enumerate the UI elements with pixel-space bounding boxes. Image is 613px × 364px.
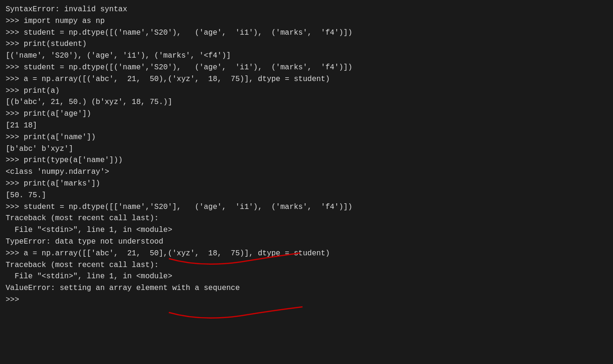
line-23: Traceback (most recent call last): <box>6 260 607 271</box>
line-10: >>> print(a['age']) <box>6 108 607 120</box>
line-5: [('name', 'S20'), ('age', 'i1'), ('marks… <box>6 50 607 62</box>
line-15: <class 'numpy.ndarray'> <box>6 166 607 178</box>
line-25: ValueError: setting an array element wit… <box>6 282 607 294</box>
line-7: >>> a = np.array([('abc', 21, 50),('xyz'… <box>6 74 607 85</box>
line-18: >>> student = np.dtype([['name','S20'], … <box>6 201 607 213</box>
line-9: [(b'abc', 21, 50.) (b'xyz', 18, 75.)] <box>6 97 607 108</box>
line-8: >>> print(a) <box>6 85 607 97</box>
line-17: [50. 75.] <box>6 190 607 201</box>
line-12: >>> print(a['name']) <box>6 132 607 143</box>
line-11: [21 18] <box>6 120 607 132</box>
terminal-window: SyntaxError: invalid syntax >>> import n… <box>0 0 613 364</box>
line-13: [b'abc' b'xyz'] <box>6 143 607 155</box>
line-19: Traceback (most recent call last): <box>6 213 607 224</box>
line-22: >>> a = np.array([['abc', 21, 50],('xyz'… <box>6 248 607 260</box>
line-14: >>> print(type(a['name'])) <box>6 155 607 166</box>
line-21: TypeError: data type not understood <box>6 236 607 248</box>
line-2: >>> import numpy as np <box>6 15 607 27</box>
line-26: >>> <box>6 294 607 306</box>
line-1: SyntaxError: invalid syntax <box>6 4 607 15</box>
terminal-content: SyntaxError: invalid syntax >>> import n… <box>6 4 607 306</box>
line-4: >>> print(student) <box>6 38 607 50</box>
line-6: >>> student = np.dtype([('name','S20'), … <box>6 62 607 74</box>
line-20: File "<stdin>", line 1, in <module> <box>6 224 607 236</box>
line-16: >>> print(a['marks']) <box>6 178 607 190</box>
line-3: >>> student = np.dtype([('name','S20'), … <box>6 27 607 39</box>
annotation-curve-2 <box>169 307 303 318</box>
line-24: File "<stdin>", line 1, in <module> <box>6 271 607 282</box>
